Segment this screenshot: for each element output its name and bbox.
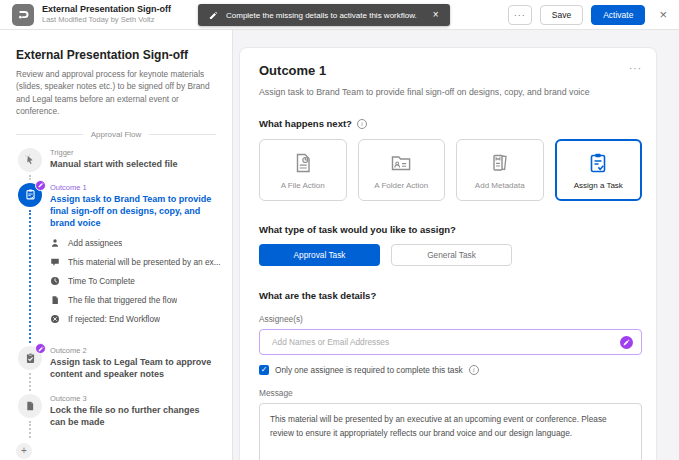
assignees-input[interactable] (270, 336, 611, 348)
task-details-label: What are the task details? (259, 290, 376, 301)
outcome-2-label: Outcome 2 (50, 346, 212, 355)
trigger-text: Manual start with selected file (50, 158, 212, 170)
action-card-assign-task[interactable]: Assign a Task (555, 139, 643, 201)
outcome-1-details: Add assignees This material will be pres… (50, 238, 221, 324)
file-action-icon (291, 151, 315, 175)
outcome-editor-card: Outcome 1 ··· Assign task to Brand Team … (239, 47, 657, 460)
approval-task-button[interactable]: Approval Task (259, 244, 380, 266)
detail-text: If rejected: End Workflow (68, 314, 160, 324)
step-trigger[interactable]: Trigger Manual start with selected file (12, 148, 216, 183)
detail-text: This material will be presented by an ex… (68, 257, 221, 267)
outcome-1-label: Outcome 1 (50, 183, 221, 192)
task-clipboard-icon (24, 352, 37, 365)
action-card-label: Assign a Task (574, 181, 623, 190)
workflow-last-modified: Last Modified Today by Seth Voltz (42, 15, 171, 24)
workflow-titles: External Presentation Sign-off Last Modi… (42, 4, 171, 25)
sidebar-description: Review and approval process for keynote … (16, 68, 216, 118)
editing-badge (35, 343, 46, 354)
detail-add-assignees[interactable]: Add assignees (50, 238, 221, 248)
workflow-title: External Presentation Sign-off (42, 4, 171, 15)
assignees-icon (50, 238, 60, 248)
action-card-folder[interactable]: A Folder Action (358, 139, 446, 201)
save-button[interactable]: Save (540, 5, 583, 25)
action-card-label: A Folder Action (374, 181, 428, 190)
close-icon[interactable]: × (659, 8, 667, 21)
relay-icon (16, 7, 31, 22)
task-type-label: What type of task would you like to assi… (259, 224, 456, 235)
step-outcome-2[interactable]: Outcome 2 Assign task to Legal Team to a… (12, 346, 216, 393)
single-assignee-checkbox[interactable]: ✓ (259, 365, 269, 375)
single-assignee-row: ✓ Only one assignee is required to compl… (259, 365, 642, 375)
flow-timeline: Trigger Manual start with selected file (12, 148, 216, 459)
assignees-editing-badge (620, 336, 633, 349)
more-options-button[interactable]: ··· (508, 5, 532, 25)
assign-task-icon (586, 151, 610, 175)
message-textarea[interactable]: This material will be presented by an ex… (259, 403, 642, 460)
message-label: Message (259, 388, 642, 398)
trigger-circle[interactable] (18, 148, 42, 172)
rejected-icon (50, 314, 60, 324)
task-type-group: Approval Task General Task (259, 244, 642, 266)
relay-app-icon (12, 4, 34, 26)
toast-message: Complete the missing details to activate… (226, 11, 417, 20)
general-task-button[interactable]: General Task (391, 244, 512, 266)
step-outcome-3[interactable]: Outcome 3 Lock the file so no further ch… (12, 394, 216, 441)
step-outcome-1[interactable]: Outcome 1 Assign task to Brand Team to p… (12, 183, 216, 346)
action-card-label: A File Action (281, 181, 325, 190)
pencil-icon (38, 346, 44, 352)
task-clipboard-icon (24, 188, 37, 201)
outcome-subtitle: Assign task to Brand Team to provide fin… (259, 87, 642, 97)
approval-flow-divider: Approval Flow (16, 130, 216, 139)
file-icon (50, 295, 60, 305)
trigger-label: Trigger (50, 148, 212, 157)
action-card-label: Add Metadata (475, 181, 525, 190)
info-icon[interactable]: i (469, 365, 479, 375)
detail-if-rejected[interactable]: If rejected: End Workflow (50, 314, 221, 324)
outcome-3-text: Lock the file so no further changes can … (50, 404, 212, 428)
assignees-field-wrap (259, 329, 642, 355)
action-card-group: A File Action A Folder Action Ad (259, 139, 642, 201)
cursor-click-icon (24, 154, 36, 166)
missing-details-toast: Complete the missing details to activate… (198, 4, 450, 26)
detail-text: Time To Complete (68, 276, 135, 286)
outcome-3-label: Outcome 3 (50, 394, 212, 403)
outcome-2-text: Assign task to Legal Team to approve con… (50, 356, 212, 380)
outcome-2-circle[interactable] (18, 346, 42, 370)
detail-text: The file that triggered the flow (68, 295, 177, 305)
detail-text: Add assignees (68, 238, 122, 248)
editing-badge (35, 180, 46, 191)
activate-button[interactable]: Activate (591, 5, 645, 25)
outcome-1-circle[interactable] (18, 183, 42, 207)
outcome-title: Outcome 1 (259, 63, 326, 78)
pencil-icon (38, 182, 44, 188)
action-card-metadata[interactable]: Add Metadata (456, 139, 544, 201)
main-area: Outcome 1 ··· Assign task to Brand Team … (234, 30, 679, 460)
single-assignee-label: Only one assignee is required to complet… (275, 365, 463, 375)
workflow-sidebar: External Presentation Sign-off Review an… (0, 30, 233, 460)
add-step-row: + (12, 443, 216, 459)
outcome-3-circle[interactable] (18, 394, 42, 418)
assignees-label: Assignee(s) (259, 314, 642, 324)
sidebar-title: External Presentation Sign-off (16, 48, 216, 62)
file-icon (24, 400, 36, 412)
what-next-label: What happens next? (259, 118, 352, 129)
pencil-icon (209, 11, 218, 20)
outcome-1-text: Assign task to Brand Team to provide fin… (50, 193, 221, 229)
detail-message[interactable]: This material will be presented by an ex… (50, 257, 221, 267)
outcome-menu-button[interactable]: ··· (629, 63, 642, 74)
pencil-icon (623, 339, 630, 346)
detail-trigger-file[interactable]: The file that triggered the flow (50, 295, 221, 305)
metadata-icon (488, 151, 512, 175)
info-icon[interactable]: i (357, 119, 367, 129)
toast-close-icon[interactable]: × (433, 10, 439, 20)
detail-time-to-complete[interactable]: Time To Complete (50, 276, 221, 286)
message-icon (50, 257, 60, 267)
action-card-file[interactable]: A File Action (259, 139, 347, 201)
approval-flow-label: Approval Flow (91, 130, 142, 139)
folder-action-icon (389, 151, 413, 175)
clock-icon (50, 276, 60, 286)
add-step-button[interactable]: + (16, 443, 32, 459)
